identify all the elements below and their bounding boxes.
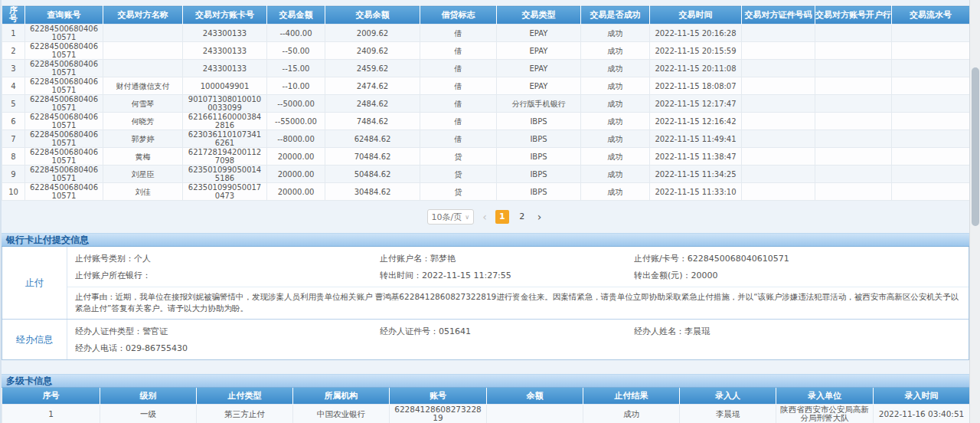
table-row: 9 6228450068040610571 刘星臣 62350109905001… bbox=[2, 166, 970, 183]
transaction-table: 序号 查询账号 交易对方名称 交易对方账卡号 交易金额 交易余额 借贷标志 交易… bbox=[2, 5, 970, 201]
table-cell: 7484.62 bbox=[325, 113, 420, 130]
table-cell: 2022-11-15 12:16:42 bbox=[650, 113, 742, 130]
column-header-account: 查询账号 bbox=[25, 6, 103, 25]
table-cell bbox=[742, 166, 815, 183]
table-cell: 6228450068040610571 bbox=[25, 148, 103, 166]
table-cell: 成功 bbox=[581, 42, 650, 60]
table-cell bbox=[487, 404, 583, 423]
table-row: 10 6228450068040610571 刘佳 62350109905001… bbox=[2, 183, 970, 201]
column-header-success: 交易是否成功 bbox=[581, 6, 650, 25]
table-cell: 成功 bbox=[581, 60, 650, 77]
multi-card-table: 序号 级别 止付类型 所属机构 账号 余额 止付结果 录入人 录入单位 录入时间… bbox=[2, 388, 970, 423]
table-cell: 借 bbox=[420, 95, 497, 113]
field-card-no: 止付账/卡号：6228450068040610571 bbox=[634, 251, 969, 267]
handler-group: 经办信息 经办人证件类型：警官证 经办人证件号：051641 经办人姓名：李晨琨… bbox=[2, 319, 969, 359]
scrollbar-thumb[interactable] bbox=[972, 67, 979, 226]
table-cell: 借 bbox=[420, 25, 497, 42]
column-header-mc-entry-time: 录入时间 bbox=[874, 388, 970, 404]
column-header-mc-result: 止付结果 bbox=[583, 388, 680, 404]
table-cell bbox=[742, 77, 815, 95]
column-header-time: 交易时间 bbox=[650, 6, 742, 25]
table-cell: 2484.62 bbox=[325, 95, 420, 113]
table-cell: 2022-11-15 20:15:59 bbox=[650, 42, 742, 60]
table-cell: 成功 bbox=[581, 95, 650, 113]
table-cell bbox=[742, 183, 815, 201]
table-cell: 成功 bbox=[583, 404, 680, 423]
field-amount: 转出金额(元)：20000 bbox=[634, 267, 969, 284]
table-cell: 6228450068040610571 bbox=[25, 60, 103, 77]
vertical-scrollbar[interactable] bbox=[969, 0, 980, 423]
transaction-table-header-row: 序号 查询账号 交易对方名称 交易对方账卡号 交易金额 交易余额 借贷标志 交易… bbox=[2, 6, 970, 25]
table-cell: 2022-11-15 11:33:10 bbox=[650, 183, 742, 201]
cell-seq: 8 bbox=[2, 148, 25, 166]
column-header-balance: 交易余额 bbox=[325, 6, 420, 25]
column-header-amount: 交易金额 bbox=[267, 6, 325, 25]
column-header-mc-entry-unit: 录入单位 bbox=[776, 388, 874, 404]
column-header-mc-balance: 余额 bbox=[487, 388, 583, 404]
field-handler-name: 经办人姓名：李晨琨 bbox=[634, 323, 969, 340]
table-cell: 借 bbox=[420, 113, 497, 130]
table-cell: 2459.62 bbox=[325, 60, 420, 77]
pagination: 10条/页 ∨ ‹ 1 2 › bbox=[2, 201, 969, 233]
table-cell: 借 bbox=[420, 130, 497, 148]
table-row: 4 6228450068040610571 财付通微信支付 1000049901… bbox=[2, 77, 970, 95]
prev-page-icon[interactable]: ‹ bbox=[480, 212, 489, 222]
table-cell: --5000.00 bbox=[267, 95, 325, 113]
table-cell bbox=[815, 113, 892, 130]
table-cell bbox=[892, 148, 970, 166]
next-page-icon[interactable]: › bbox=[535, 212, 544, 222]
table-cell: 何雪琴 bbox=[103, 95, 183, 113]
table-cell: --50.00 bbox=[267, 42, 325, 60]
page-size-label: 10条/页 bbox=[432, 212, 462, 223]
table-cell bbox=[892, 42, 970, 60]
table-cell bbox=[742, 42, 815, 60]
table-cell: 成功 bbox=[581, 148, 650, 166]
table-cell: 6228450068040610571 bbox=[25, 25, 103, 42]
stop-payment-fields: 止付账号类别：个人 止付账户名：郭梦艳 止付账/卡号：6228450068040… bbox=[67, 247, 969, 287]
table-cell: 2009.62 bbox=[325, 25, 420, 42]
table-cell: --15.00 bbox=[267, 60, 325, 77]
table-cell: 成功 bbox=[581, 183, 650, 201]
table-cell: 2022-11-15 12:17:47 bbox=[650, 95, 742, 113]
page-size-select[interactable]: 10条/页 ∨ bbox=[427, 209, 475, 225]
table-cell: 财付通微信支付 bbox=[103, 77, 183, 95]
table-cell: 贷 bbox=[420, 183, 497, 201]
cell-seq: 10 bbox=[2, 183, 25, 201]
table-cell: 一级 bbox=[100, 404, 197, 423]
table-cell: 2409.62 bbox=[325, 42, 420, 60]
page-button-2[interactable]: 2 bbox=[515, 210, 529, 224]
table-cell: 分行版手机银行 bbox=[497, 95, 581, 113]
table-cell: IBPS bbox=[497, 113, 581, 130]
table-row: 7 6228450068040610571 郭梦婷 62303611010734… bbox=[2, 130, 970, 148]
page-button-1[interactable]: 1 bbox=[495, 210, 509, 224]
cell-seq: 6 bbox=[2, 113, 25, 130]
table-cell: 20000.00 bbox=[267, 183, 325, 201]
table-cell: 2474.62 bbox=[325, 77, 420, 95]
table-cell bbox=[892, 166, 970, 183]
table-cell: 李晨琨 bbox=[680, 404, 776, 423]
column-header-label: 序号 bbox=[8, 6, 18, 23]
table-cell: 2022-11-15 11:38:47 bbox=[650, 148, 742, 166]
table-cell: 贷 bbox=[420, 148, 497, 166]
table-cell: 6228450068040610571 bbox=[25, 42, 103, 60]
table-cell: EPAY bbox=[497, 77, 581, 95]
table-row: 2 6228450068040610571 243300133 --50.00 … bbox=[2, 42, 970, 60]
field-cert-type: 经办人证件类型：警官证 bbox=[75, 323, 380, 340]
table-cell: 243300133 bbox=[183, 25, 267, 42]
table-cell bbox=[742, 60, 815, 77]
column-header-seq: 序号 bbox=[2, 6, 25, 25]
table-cell: EPAY bbox=[497, 42, 581, 60]
table-cell bbox=[742, 130, 815, 148]
table-row: 3 6228450068040610571 243300133 --15.00 … bbox=[2, 60, 970, 77]
table-cell: --400.00 bbox=[267, 25, 325, 42]
section-title-stop-payment: 银行卡止付提交信息 bbox=[2, 233, 969, 247]
table-cell bbox=[892, 113, 970, 130]
cell-seq: 5 bbox=[2, 95, 25, 113]
group-label-handler: 经办信息 bbox=[2, 320, 67, 359]
table-cell: 刘佳 bbox=[103, 183, 183, 201]
table-cell: 郭梦婷 bbox=[103, 130, 183, 148]
field-account-name: 止付账户名：郭梦艳 bbox=[380, 251, 634, 267]
table-cell: 何晓芳 bbox=[103, 113, 183, 130]
table-row: 1 6228450068040610571 243300133 --400.00… bbox=[2, 25, 970, 42]
column-header-mc-seq: 序号 bbox=[2, 388, 100, 404]
